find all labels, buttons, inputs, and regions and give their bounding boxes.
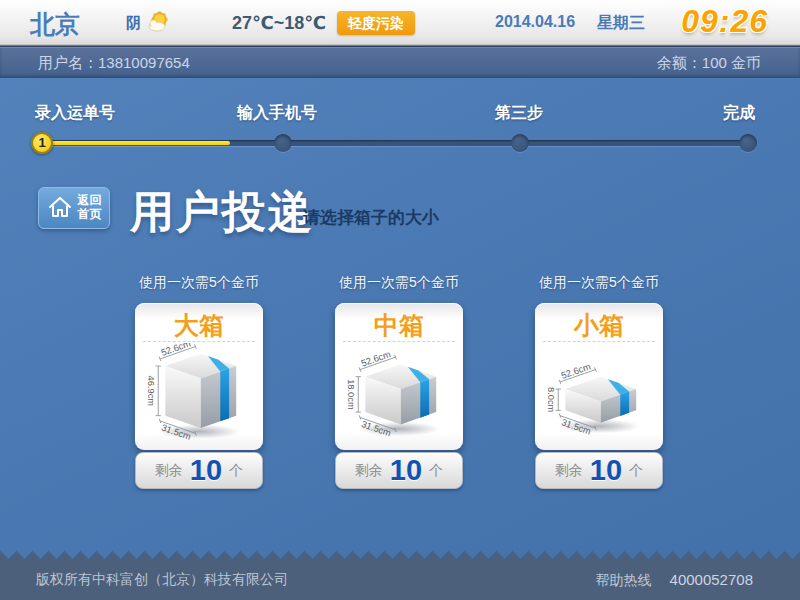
page-title: 用户投递 <box>130 183 314 242</box>
username-value: 13810097654 <box>98 54 190 71</box>
username-field: 用户名：13810097654 <box>38 54 190 73</box>
box-size-name: 中箱 <box>335 303 463 341</box>
step-dot-2 <box>274 134 292 152</box>
city-label: 北京 <box>30 8 80 41</box>
box-card-small[interactable]: 使用一次需5个金币 小箱 <box>535 274 663 489</box>
price-note: 使用一次需5个金币 <box>335 274 463 303</box>
footer: 版权所有中科富创（北京）科技有限公司 帮助热线4000052708 <box>0 559 800 600</box>
balance-value: 100 金币 <box>702 54 761 71</box>
date-label: 2014.04.16 <box>495 13 575 31</box>
step-dot-3 <box>511 134 529 152</box>
box-card-large[interactable]: 使用一次需5个金币 大箱 <box>135 274 263 489</box>
dim-top-label: 52.6cm <box>160 343 192 358</box>
remaining-unit: 个 <box>629 462 643 480</box>
dim-top-label: 52.6cm <box>560 361 592 381</box>
step-label-4: 完成 <box>723 103 755 124</box>
balance-label: 余额： <box>657 54 702 71</box>
balance-field: 余额：100 金币 <box>657 54 761 73</box>
weather-condition-label: 阴 <box>126 14 141 33</box>
remaining-unit: 个 <box>429 462 443 480</box>
step-label-2: 输入手机号 <box>237 103 317 124</box>
progress-fill <box>45 141 230 145</box>
weekday-label: 星期三 <box>597 13 645 34</box>
remaining-count-bar: 剩余 10 个 <box>135 452 263 489</box>
small-box-illustration: 52.6cm 8.0cm 31.5cm <box>540 343 658 444</box>
page-subtitle: 请选择箱子的大小 <box>303 206 439 229</box>
hotline-number: 4000052708 <box>670 571 753 588</box>
step-label-3: 第三步 <box>495 103 543 124</box>
step-dot-1-active: 1 <box>31 132 53 154</box>
box-size-name: 大箱 <box>135 303 263 341</box>
box-card-medium[interactable]: 使用一次需5个金币 中箱 <box>335 274 463 489</box>
back-button-label: 返回 首页 <box>78 194 102 222</box>
box-size-name: 小箱 <box>535 303 663 341</box>
remaining-count: 10 <box>590 454 622 487</box>
dim-bottom-label: 31.5cm <box>360 419 392 439</box>
back-home-button[interactable]: 返回 首页 <box>38 187 110 229</box>
remaining-count-bar: 剩余 10 个 <box>535 452 663 489</box>
air-quality-badge: 轻度污染 <box>337 11 415 35</box>
dim-side-label: 8.0cm <box>546 387 556 413</box>
dim-top-label: 52.6cm <box>360 349 392 369</box>
large-box-illustration: 52.6cm 46.9cm 31.5cm <box>140 343 258 444</box>
step-label-1: 录入运单号 <box>35 103 115 124</box>
hotline-label: 帮助热线 <box>596 572 652 588</box>
remaining-count-bar: 剩余 10 个 <box>335 452 463 489</box>
kiosk-screen: 北京 阴 27℃~18℃ 轻度污染 2014.04.16 星期三 09:26 用… <box>0 0 800 600</box>
card-body: 中箱 <box>335 303 463 450</box>
price-note: 使用一次需5个金币 <box>135 274 263 303</box>
sun-cloud-icon <box>145 7 175 37</box>
remaining-unit: 个 <box>229 462 243 480</box>
top-status-bar: 北京 阴 27℃~18℃ 轻度污染 2014.04.16 星期三 09:26 <box>0 0 800 45</box>
price-note: 使用一次需5个金币 <box>535 274 663 303</box>
dim-side-label: 46.9cm <box>146 376 156 407</box>
card-body: 小箱 <box>535 303 663 450</box>
remaining-count: 10 <box>390 454 422 487</box>
home-icon <box>47 195 73 222</box>
remaining-count: 10 <box>190 454 222 487</box>
hotline: 帮助热线4000052708 <box>596 571 753 590</box>
medium-box-illustration: 52.6cm 18.0cm 31.5cm <box>340 343 458 444</box>
step-dot-4 <box>739 134 757 152</box>
copyright-text: 版权所有中科富创（北京）科技有限公司 <box>36 571 288 589</box>
dim-side-label: 18.0cm <box>346 379 356 410</box>
card-body: 大箱 <box>135 303 263 450</box>
remaining-label: 剩余 <box>355 462 383 480</box>
clock: 09:26 <box>681 3 768 40</box>
remaining-label: 剩余 <box>555 462 583 480</box>
username-label: 用户名： <box>38 54 98 71</box>
user-info-bar: 用户名：13810097654 余额：100 金币 <box>0 46 800 78</box>
temperature-range: 27℃~18℃ <box>232 12 326 34</box>
remaining-label: 剩余 <box>155 462 183 480</box>
footer-zigzag-edge <box>0 551 800 559</box>
